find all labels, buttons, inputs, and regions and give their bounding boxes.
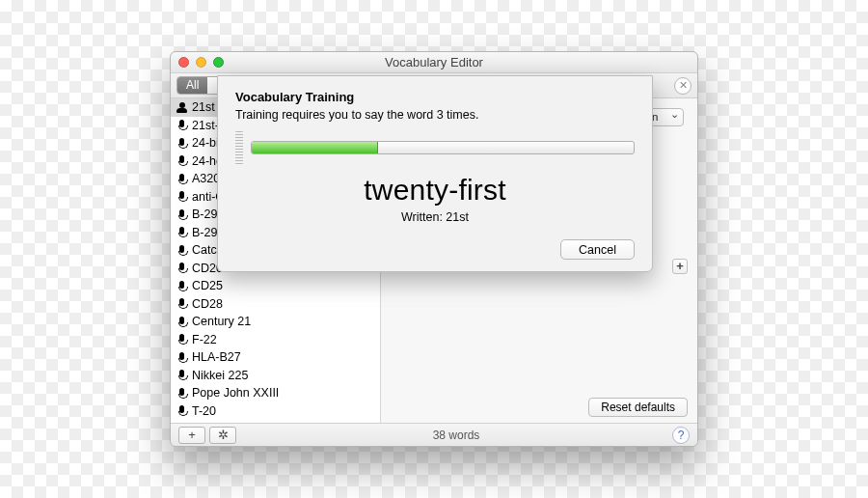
zoom-icon[interactable] bbox=[213, 57, 224, 68]
word-row[interactable]: HLA-B27 bbox=[171, 348, 380, 367]
microphone-icon bbox=[176, 298, 187, 309]
word-row[interactable]: Pope John XXIII bbox=[171, 384, 380, 402]
reset-defaults-button[interactable]: Reset defaults bbox=[588, 398, 688, 417]
action-menu-button[interactable]: ✲ bbox=[209, 427, 236, 444]
word-label: T-20 bbox=[192, 404, 216, 418]
gear-icon: ✲ bbox=[218, 428, 229, 442]
add-alternate-form-button[interactable]: + bbox=[672, 259, 688, 274]
clear-icon: ✕ bbox=[679, 79, 688, 92]
add-word-button[interactable]: + bbox=[178, 427, 205, 444]
word-label: Nikkei 225 bbox=[192, 369, 248, 382]
spoken-word: twenty-first bbox=[235, 174, 635, 207]
word-row[interactable]: CD28 bbox=[171, 295, 380, 314]
word-label: A320 bbox=[192, 172, 220, 185]
word-row[interactable]: CD25 bbox=[171, 277, 380, 295]
microphone-icon bbox=[176, 155, 187, 166]
microphone-icon bbox=[176, 120, 187, 130]
help-button[interactable]: ? bbox=[672, 427, 690, 444]
word-row[interactable]: T-20 bbox=[171, 402, 380, 421]
word-label: CD28 bbox=[192, 297, 223, 311]
microphone-icon bbox=[176, 388, 187, 399]
sheet-title: Vocabulary Training bbox=[235, 90, 635, 104]
microphone-icon bbox=[176, 334, 187, 345]
search-clear-button[interactable]: ✕ bbox=[674, 77, 692, 95]
sheet-subtitle: Training requires you to say the word 3 … bbox=[235, 108, 635, 122]
microphone-icon bbox=[176, 245, 187, 256]
training-progress-fill bbox=[252, 142, 378, 153]
microphone-icon bbox=[176, 174, 187, 184]
microphone-icon bbox=[176, 227, 187, 237]
word-label: HLA-B27 bbox=[192, 350, 241, 364]
microphone-icon bbox=[176, 209, 187, 220]
word-row[interactable]: Nikkei 225 bbox=[171, 367, 380, 385]
vocabulary-training-sheet: Vocabulary Training Training requires yo… bbox=[217, 75, 653, 272]
microphone-icon bbox=[176, 352, 187, 363]
word-row[interactable]: Century 21 bbox=[171, 313, 380, 331]
window-title: Vocabulary Editor bbox=[385, 55, 483, 69]
microphone-icon bbox=[176, 317, 187, 327]
help-icon: ? bbox=[678, 429, 685, 442]
microphone-icon bbox=[176, 191, 187, 202]
titlebar[interactable]: Vocabulary Editor bbox=[171, 52, 697, 73]
bottom-toolbar: + ✲ 38 words ? bbox=[171, 423, 697, 446]
written-form: Written: 21st bbox=[235, 210, 635, 224]
microphone-icon bbox=[176, 263, 187, 273]
microphone-icon bbox=[176, 281, 187, 291]
minimize-icon[interactable] bbox=[196, 57, 206, 68]
training-progress-bar bbox=[251, 141, 635, 154]
traffic-lights bbox=[178, 57, 224, 68]
microphone-icon bbox=[176, 138, 187, 149]
person-icon bbox=[176, 102, 187, 113]
word-label: F-22 bbox=[192, 333, 217, 346]
vocabulary-editor-window: Vocabulary Editor All Built-In ✕ 21st21s… bbox=[170, 51, 698, 447]
input-level-icon bbox=[235, 131, 243, 164]
cancel-button[interactable]: Cancel bbox=[560, 239, 635, 260]
microphone-icon bbox=[176, 370, 187, 380]
microphone-icon bbox=[176, 405, 187, 416]
word-label: CD25 bbox=[192, 279, 223, 292]
close-icon[interactable] bbox=[178, 57, 189, 68]
word-label: Pope John XXIII bbox=[192, 386, 279, 400]
word-label: B-29 bbox=[192, 208, 217, 221]
segment-all[interactable]: All bbox=[177, 77, 207, 94]
word-label: Century 21 bbox=[192, 315, 251, 328]
status-text: 38 words bbox=[240, 429, 672, 442]
word-row[interactable]: F-22 bbox=[171, 331, 380, 349]
word-label: 21st bbox=[192, 100, 215, 114]
